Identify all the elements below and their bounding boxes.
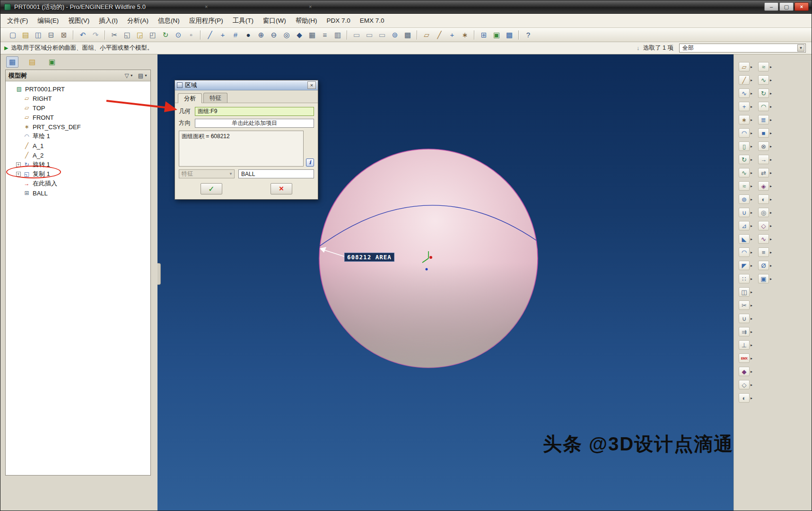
flyout-arrow-icon[interactable]: ▸	[751, 330, 752, 334]
flyout-arrow-icon[interactable]: ▸	[751, 158, 752, 162]
expand-toggle-icon[interactable]	[16, 181, 21, 186]
datum-point-toggle-icon[interactable]: +	[446, 30, 458, 40]
flyout-arrow-icon[interactable]: ▸	[751, 197, 752, 202]
dialog-close-button[interactable]: ×	[307, 81, 316, 89]
flyout-arrow-icon[interactable]: ▸	[751, 317, 752, 321]
boundary-blend-tool-icon[interactable]: ≈	[758, 62, 769, 71]
chevron-down-icon[interactable]: ▼	[797, 44, 804, 52]
zoom-out-icon[interactable]: ⊖	[268, 30, 279, 40]
model-tree-toggle-icon[interactable]: ⊞	[478, 30, 489, 40]
flyout-arrow-icon[interactable]: ▸	[751, 383, 752, 387]
zoom-in-icon[interactable]: ⊕	[255, 30, 267, 40]
menu-file[interactable]: 文件(F)	[7, 17, 28, 25]
variable-sweep-tool-icon[interactable]: ∿	[758, 75, 769, 85]
draft-tool-icon[interactable]: ◣	[739, 234, 750, 244]
layers-icon[interactable]: ≡	[319, 30, 331, 40]
datum-axis-toggle-icon[interactable]: ╱	[434, 30, 445, 40]
favorites-tab-icon[interactable]: ▣	[46, 56, 58, 68]
warp-tool-icon[interactable]: ∿	[758, 234, 769, 244]
datum-plane-tool-icon[interactable]: ▱	[739, 62, 750, 71]
solidify-tool-icon[interactable]: ■	[758, 128, 769, 138]
round-tool-icon[interactable]: ◠	[739, 247, 750, 257]
flexible-modeling-tool-icon[interactable]: ◈	[758, 181, 769, 191]
flyout-arrow-icon[interactable]: ▸	[751, 303, 752, 308]
expand-toggle-icon[interactable]	[9, 87, 13, 91]
saved-views-icon[interactable]: ▦	[306, 30, 318, 40]
datum-axis-tool-icon[interactable]: ╱	[739, 75, 750, 85]
datum-curve-tool-icon[interactable]: ∿	[739, 88, 750, 98]
ok-button[interactable]: ✓	[201, 183, 222, 194]
flyout-arrow-icon[interactable]: ▸	[770, 105, 772, 109]
paste-special-icon[interactable]: ◰	[147, 30, 158, 40]
style-tool-icon[interactable]: ◆	[739, 367, 750, 376]
print-icon[interactable]: ⊟	[45, 30, 57, 40]
menu-insert[interactable]: 插入(I)	[99, 17, 118, 25]
open-file-icon[interactable]: ▤	[20, 30, 31, 40]
expand-toggle-icon[interactable]	[16, 115, 21, 120]
flyout-arrow-icon[interactable]: ▸	[751, 356, 752, 361]
direction-field[interactable]: 单击此处添加项目	[195, 119, 314, 128]
expand-toggle-icon[interactable]	[16, 143, 21, 148]
flyout-arrow-icon[interactable]: ▸	[751, 224, 752, 228]
minimize-button[interactable]: –	[764, 2, 778, 11]
paste-icon[interactable]: ◲	[134, 30, 146, 40]
wrap-tool-icon[interactable]: ◐	[758, 194, 769, 204]
blend-tool-icon[interactable]: ≈	[739, 181, 750, 191]
result-textarea[interactable]: 面组面积 = 608212	[179, 131, 304, 167]
flyout-arrow-icon[interactable]: ▸	[770, 78, 772, 82]
flyout-arrow-icon[interactable]: ▸	[770, 264, 772, 268]
cut-icon[interactable]: ✂	[109, 30, 120, 40]
flyout-arrow-icon[interactable]: ▸	[751, 250, 752, 255]
window-new-icon[interactable]: ▭	[351, 30, 362, 40]
flyout-arrow-icon[interactable]: ▸	[751, 91, 752, 96]
flyout-arrow-icon[interactable]: ▸	[751, 211, 752, 215]
hole-tool-icon[interactable]: ⊚	[739, 194, 750, 204]
new-file-icon[interactable]: ▢	[7, 30, 18, 40]
dialog-title-bar[interactable]: 区域 ×	[175, 80, 318, 90]
move-tool-icon[interactable]: ⇄	[758, 168, 769, 177]
pattern-tool-icon[interactable]: ∷	[739, 274, 750, 283]
context-help-icon[interactable]: ?	[523, 30, 534, 40]
flyout-arrow-icon[interactable]: ▸	[770, 158, 772, 162]
emx-tool-icon[interactable]: EMX	[739, 353, 750, 363]
coordinate-system-tool-icon[interactable]: ∗	[739, 115, 750, 124]
expand-toggle-icon[interactable]	[16, 153, 21, 158]
flyout-arrow-icon[interactable]: ▸	[751, 277, 752, 281]
flyout-arrow-icon[interactable]: ▸	[751, 78, 752, 82]
snap-grid-icon[interactable]: #	[230, 30, 241, 40]
search-icon[interactable]: ⊙	[173, 30, 184, 40]
tree-filter-button[interactable]: ▽ ▼	[125, 72, 133, 79]
panel-collapse-handle[interactable]	[157, 263, 161, 285]
sketch-tool-icon[interactable]: ◠	[739, 128, 750, 138]
cancel-button[interactable]: ×	[271, 183, 292, 194]
menu-analysis[interactable]: 分析(A)	[127, 17, 148, 25]
flyout-arrow-icon[interactable]: ▸	[770, 65, 772, 69]
shell-tool-icon[interactable]: ∪	[739, 208, 750, 217]
expand-toggle-icon[interactable]	[16, 191, 21, 195]
menu-help[interactable]: 帮助(H)	[296, 17, 317, 25]
view-manager-icon[interactable]: ▥	[332, 30, 343, 40]
trim-tool-icon[interactable]: ✂	[739, 300, 750, 310]
menu-view[interactable]: 视图(V)	[68, 17, 89, 25]
flyout-arrow-icon[interactable]: ▸	[751, 290, 752, 294]
grid-display-icon[interactable]: ▩	[402, 30, 413, 40]
erase-display-icon[interactable]: ⊠	[58, 30, 70, 40]
menu-info[interactable]: 信息(N)	[158, 17, 180, 25]
close-button[interactable]: ×	[795, 2, 809, 11]
expand-toggle-icon[interactable]	[16, 96, 21, 101]
menu-edit[interactable]: 编辑(E)	[37, 17, 59, 25]
flyout-arrow-icon[interactable]: ▸	[751, 105, 752, 109]
flyout-arrow-icon[interactable]: ▸	[770, 144, 772, 149]
flyout-arrow-icon[interactable]: ▸	[751, 184, 752, 188]
component-tool-icon[interactable]: ▣	[758, 274, 769, 283]
extrude-tool-icon[interactable]: ▯	[739, 141, 750, 151]
feature-name-field[interactable]: BALL	[238, 169, 314, 178]
menu-tools[interactable]: 工具(T)	[233, 17, 253, 25]
info-panel-toggle-icon[interactable]: ▣	[491, 30, 502, 40]
flyout-arrow-icon[interactable]: ▸	[770, 197, 772, 202]
save-icon[interactable]: ◫	[33, 30, 44, 40]
tree-item-ball[interactable]: ⊞ BALL	[6, 188, 150, 198]
line-tool-icon[interactable]: ╱	[204, 30, 216, 40]
selection-filter-dropdown[interactable]: 全部 ▼	[679, 44, 806, 53]
tree-item-prt0001[interactable]: ▧ PRT0001.PRT	[6, 84, 150, 94]
